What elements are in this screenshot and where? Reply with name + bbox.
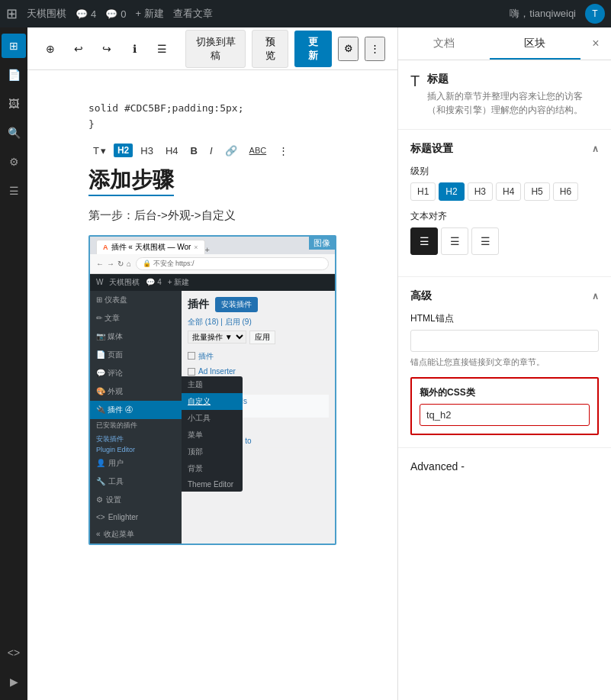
- mini-plugin-tabs: 全部 (18) | 启用 (9): [188, 317, 329, 327]
- advanced-title[interactable]: 高级 ∧: [410, 289, 599, 303]
- sidebar-item-media[interactable]: 🖼: [2, 92, 26, 116]
- text-format-button[interactable]: T▾: [88, 142, 111, 160]
- mini-nav-dashboard[interactable]: ⊞ 仪表盘: [90, 291, 182, 309]
- new-post-button[interactable]: + 新建: [135, 7, 163, 21]
- h4-format-button[interactable]: H4: [161, 142, 183, 160]
- info-button[interactable]: ℹ: [124, 37, 146, 61]
- bold-format-button[interactable]: B: [186, 142, 202, 160]
- tab-document[interactable]: 文档: [398, 27, 490, 60]
- underline-format-button[interactable]: ABC: [245, 143, 272, 158]
- sidebar-item-code[interactable]: <>: [2, 640, 26, 665]
- heading-settings-title[interactable]: 标题设置 ∧: [410, 142, 599, 156]
- avatar: T: [585, 4, 605, 24]
- mini-nav-settings[interactable]: ⚙ 设置: [90, 491, 182, 509]
- mini-checkbox-plugin[interactable]: [188, 352, 195, 360]
- css-class-input[interactable]: [420, 404, 590, 426]
- h6-button[interactable]: H6: [553, 182, 578, 201]
- html-anchor-input[interactable]: [410, 330, 599, 352]
- more-format-button[interactable]: ⋮: [274, 142, 293, 160]
- heading-settings-section: 标题设置 ∧ 级别 H1 H2 H3 H4 H5 H6 文本对齐 ☰ ☰ ☰: [398, 130, 611, 277]
- more-options-button[interactable]: ⋮: [365, 37, 385, 61]
- align-right-button[interactable]: ☰: [471, 227, 499, 255]
- back-icon[interactable]: ←: [96, 260, 104, 268]
- level-buttons: H1 H2 H3 H4 H5 H6: [410, 182, 599, 201]
- add-block-button[interactable]: ⊕: [40, 37, 62, 61]
- align-buttons: ☰ ☰ ☰: [410, 227, 599, 255]
- h1-button[interactable]: H1: [410, 182, 436, 201]
- mini-install-plugin-btn[interactable]: 安装插件: [215, 297, 258, 312]
- mini-nav-media[interactable]: 📷 媒体: [90, 327, 182, 346]
- mini-submenu-header[interactable]: 顶部: [182, 444, 243, 460]
- home-icon[interactable]: ⌂: [127, 260, 131, 268]
- update-button[interactable]: 更新: [294, 31, 332, 67]
- align-center-button[interactable]: ☰: [441, 227, 468, 255]
- sidebar-item-widgets[interactable]: ⚙: [2, 150, 26, 174]
- mini-bulk-select[interactable]: 批量操作 ▼: [188, 331, 246, 344]
- sidebar-item-search[interactable]: 🔍: [2, 121, 26, 145]
- mini-submenu-background[interactable]: 背景: [182, 460, 243, 477]
- mini-nav-comments[interactable]: 💬 评论: [90, 364, 182, 382]
- mini-plugin-name-adinserter: Ad Inserter: [198, 367, 236, 376]
- mini-nav-users[interactable]: 👤 用户: [90, 454, 182, 473]
- advanced-collapsed-button[interactable]: Advanced -: [410, 460, 599, 473]
- mini-url-bar[interactable]: 🔒 不安全 https:/: [136, 257, 329, 270]
- panel-tabs: 文档 区块 ×: [398, 27, 611, 60]
- refresh-icon[interactable]: ↻: [117, 260, 124, 268]
- mini-nav-collapse[interactable]: « 收起菜单: [90, 525, 182, 544]
- mini-nav-plugins[interactable]: 🔌 插件 ④: [90, 401, 182, 419]
- wp-logo-icon[interactable]: ⊞: [6, 5, 18, 22]
- tab-block[interactable]: 区块: [490, 27, 581, 60]
- comments-count[interactable]: 💬 4: [76, 8, 96, 20]
- mini-submenu-theme[interactable]: 主题: [182, 376, 243, 393]
- mini-wp-logo-icon: W: [96, 278, 103, 286]
- italic-format-button[interactable]: I: [205, 142, 217, 160]
- h5-button[interactable]: H5: [524, 182, 549, 201]
- mini-apply-button[interactable]: 应用: [249, 331, 275, 344]
- h4-button[interactable]: H4: [496, 182, 521, 201]
- heading-block[interactable]: 添加步骤: [88, 166, 174, 196]
- tools-button[interactable]: ☰: [151, 37, 173, 61]
- forward-icon[interactable]: →: [107, 260, 114, 268]
- mini-nav-posts[interactable]: ✏ 文章: [90, 309, 182, 327]
- mini-nav-pages[interactable]: 📄 页面: [90, 346, 182, 364]
- sidebar-item-patterns[interactable]: 📄: [2, 63, 26, 87]
- mini-submenu: 主题 自定义 小工具 菜单 顶部 背景 Theme Editor: [182, 376, 243, 492]
- mini-checkbox-adinserter[interactable]: [188, 368, 195, 376]
- preview-button[interactable]: 预览: [252, 30, 288, 68]
- mini-plugin-editor-link[interactable]: Plugin Editor: [90, 445, 182, 454]
- link-format-button[interactable]: 🔗: [220, 142, 242, 160]
- undo-button[interactable]: ↩: [68, 37, 90, 61]
- mini-submenu-customize[interactable]: 自定义: [182, 393, 243, 410]
- align-left-button[interactable]: ☰: [410, 227, 438, 255]
- block-name: 标题: [427, 73, 599, 86]
- h2-button[interactable]: H2: [439, 182, 464, 201]
- mini-plugin-name-plugin: 插件: [198, 351, 214, 362]
- sidebar-item-navigation[interactable]: ☰: [2, 179, 26, 203]
- redo-button[interactable]: ↪: [95, 37, 117, 61]
- mini-new-button[interactable]: + 新建: [168, 277, 190, 288]
- mini-install-link[interactable]: 安装插件: [90, 434, 182, 445]
- mini-nav-tools[interactable]: 🔧 工具: [90, 473, 182, 491]
- mini-submenu-widgets[interactable]: 小工具: [182, 410, 243, 427]
- mini-tab-close[interactable]: ×: [194, 244, 198, 251]
- mini-nav-enlighter[interactable]: <> Enlighter: [90, 509, 182, 525]
- h3-format-button[interactable]: H3: [136, 142, 158, 160]
- settings-button[interactable]: ⚙: [338, 37, 359, 61]
- switch-draft-button[interactable]: 切换到草稿: [185, 30, 246, 68]
- mini-submenu-menus[interactable]: 菜单: [182, 427, 243, 444]
- mini-bulk-actions: 批量操作 ▼ 应用: [188, 331, 329, 344]
- site-name[interactable]: 天棋围棋: [27, 7, 66, 21]
- mini-nav-appearance[interactable]: 🎨 外观: [90, 382, 182, 401]
- panel-close-button[interactable]: ×: [580, 27, 611, 60]
- sidebar-item-play[interactable]: ▶: [2, 669, 26, 694]
- mini-new-tab-button[interactable]: +: [205, 245, 210, 254]
- mini-browser-tab[interactable]: A 插件 « 天棋围棋 — Wor ×: [96, 240, 205, 254]
- mini-submenu-theme-editor[interactable]: Theme Editor: [182, 477, 243, 492]
- h3-button[interactable]: H3: [468, 182, 493, 201]
- messages-count[interactable]: 💬 0: [105, 8, 126, 20]
- sidebar-item-blocks[interactable]: ⊞: [2, 34, 26, 58]
- mini-browser-bar: ← → ↻ ⌂ 🔒 不安全 https:/: [90, 254, 335, 274]
- view-posts-link[interactable]: 查看文章: [173, 7, 213, 21]
- admin-bar: ⊞ 天棋围棋 💬 4 💬 0 + 新建 查看文章 嗨，tianqiweiqi T: [0, 0, 611, 27]
- h2-format-button[interactable]: H2: [114, 144, 133, 157]
